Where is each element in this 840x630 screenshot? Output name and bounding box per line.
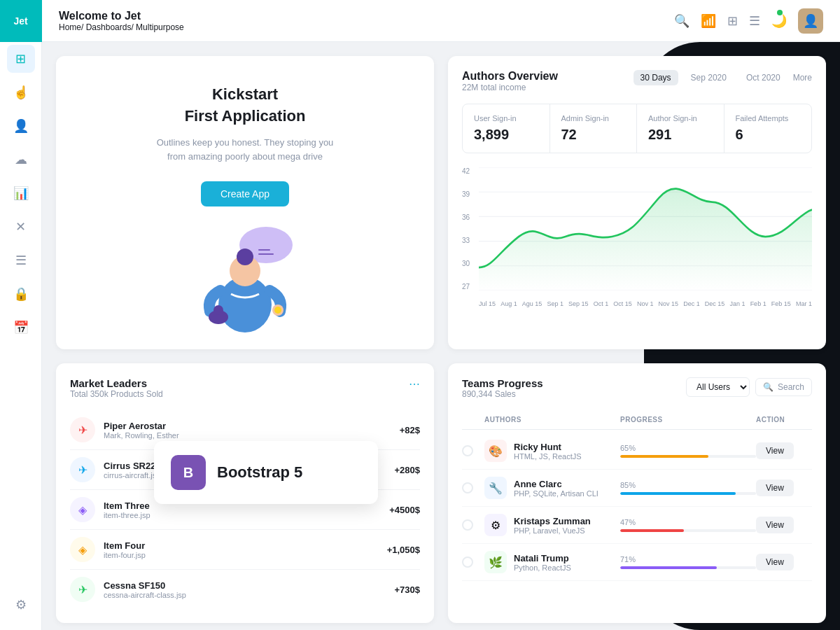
stat-author-signin-label: Author Sign-in <box>648 114 713 122</box>
sidebar-item-menu[interactable]: ☰ <box>7 246 35 274</box>
menu-icon[interactable]: ☰ <box>749 13 760 29</box>
x-label-oct15: Oct 15 <box>613 300 632 307</box>
team-check-natali[interactable] <box>462 556 473 568</box>
team-action-anne: View <box>756 479 812 496</box>
team-action-natali: View <box>756 554 812 570</box>
market-sub-cessna: cessna-aircraft-class.jsp <box>104 591 394 599</box>
period-tab-sep[interactable]: Sep 2020 <box>684 70 734 85</box>
grid-icon[interactable]: ⊞ <box>727 13 738 29</box>
view-button-natali[interactable]: View <box>756 554 794 570</box>
x-label-aug15: Agu 15 <box>522 300 542 307</box>
teams-progress-card: Teams Progress 890,344 Sales All Users 🔍… <box>448 363 826 623</box>
team-check-kristaps[interactable] <box>462 519 473 531</box>
y-label-30: 30 <box>462 260 470 267</box>
kickstart-description: Outlines keep you honest. They stoping y… <box>154 136 336 165</box>
market-icon-cirrus: ✈ <box>70 457 95 482</box>
team-tech-natali: Python, ReactJS <box>514 564 571 572</box>
stat-admin-signin-label: Admin Sign-in <box>561 114 626 122</box>
search-icon[interactable]: 🔍 <box>674 13 690 29</box>
market-info-piper: Piper Aerostar Mark, Rowling, Esther <box>104 421 400 440</box>
team-author-ricky: 🎨 Ricky Hunt HTML, JS, ReactJS <box>484 440 620 462</box>
view-button-ricky[interactable]: View <box>756 442 794 459</box>
col-action: ACTION <box>756 416 812 424</box>
sidebar-item-grid[interactable]: ⊞ <box>7 45 35 73</box>
svg-point-8 <box>214 305 223 315</box>
market-value-piper: +82$ <box>400 425 420 435</box>
teams-title: Teams Progress <box>462 377 543 389</box>
progress-ricky: 65% <box>620 444 756 458</box>
period-tab-more[interactable]: More <box>793 73 812 83</box>
sidebar-item-lock[interactable]: 🔒 <box>7 280 35 308</box>
x-label-dec1: Dec 1 <box>683 300 700 307</box>
team-check-ricky[interactable] <box>462 445 473 456</box>
bootstrap-badge: B Bootstrap 5 <box>154 441 378 504</box>
stat-author-signin: Author Sign-in 291 <box>637 104 724 153</box>
sidebar-item-chart[interactable]: 📊 <box>7 179 35 207</box>
sidebar-logo[interactable]: Jet <box>0 0 42 42</box>
sidebar-item-cross[interactable]: ✕ <box>7 213 35 241</box>
stat-failed-attempts: Failed Attempts 6 <box>724 104 812 153</box>
team-action-kristaps: View <box>756 517 812 533</box>
market-title: Market Leaders <box>70 377 163 389</box>
market-name-cessna: Cessna SF150 <box>104 580 394 591</box>
x-label-nov15: Nov 15 <box>659 300 679 307</box>
breadcrumb: Home/ Dashboards/ Multipurpose <box>59 22 674 32</box>
market-more-icon[interactable]: ⋯ <box>409 377 420 391</box>
stat-failed-label: Failed Attempts <box>736 114 801 122</box>
team-row-natali: 🌿 Natali Trump Python, ReactJS 71% V <box>462 544 812 581</box>
stat-user-signin: User Sign-in 3,899 <box>463 104 550 153</box>
team-author-natali: 🌿 Natali Trump Python, ReactJS <box>484 551 620 573</box>
avatar[interactable]: 👤 <box>798 8 823 34</box>
market-icon-piper: ✈ <box>70 417 95 442</box>
users-filter[interactable]: All Users <box>686 377 750 397</box>
main-container: Welcome to Jet Home/ Dashboards/ Multipu… <box>42 0 840 630</box>
kickstart-illustration <box>182 220 308 332</box>
sidebar-item-settings[interactable]: ⚙ <box>7 591 35 619</box>
market-icon-3: ◈ <box>70 497 95 522</box>
view-button-anne[interactable]: View <box>756 479 794 496</box>
topbar-title: Welcome to Jet Home/ Dashboards/ Multipu… <box>59 10 674 32</box>
x-label-feb15: Feb 15 <box>771 300 791 307</box>
y-label-27: 27 <box>462 283 470 290</box>
progress-bar-fill-ricky <box>620 455 708 458</box>
col-authors: AUTHORS <box>484 416 620 424</box>
sidebar-item-person[interactable]: 👤 <box>7 112 35 140</box>
chart-svg <box>479 167 812 290</box>
progress-pct-kristaps: 47% <box>620 518 756 526</box>
stat-author-signin-value: 291 <box>648 127 713 143</box>
market-sub-piper: Mark, Rowling, Esther <box>104 431 400 440</box>
market-icon-cessna: ✈ <box>70 577 95 602</box>
period-tab-oct[interactable]: Oct 2020 <box>739 70 788 85</box>
view-button-kristaps[interactable]: View <box>756 517 794 533</box>
x-label-feb1: Feb 1 <box>750 300 766 307</box>
breadcrumb-home[interactable]: Home/ <box>59 22 86 32</box>
market-item-cessna: ✈ Cessna SF150 cessna-aircraft-class.jsp… <box>70 570 420 609</box>
market-icon-4: ◈ <box>70 537 95 562</box>
x-label-aug1: Aug 1 <box>500 300 517 307</box>
market-header: Market Leaders Total 350k Products Sold … <box>70 377 420 399</box>
sidebar-item-gesture[interactable]: ☝ <box>7 78 35 106</box>
kickstart-title: Kickstart First Application <box>185 84 306 127</box>
authors-title: Authors Overview <box>462 70 558 83</box>
stat-failed-value: 6 <box>736 127 801 143</box>
team-check-anne[interactable] <box>462 482 473 493</box>
breadcrumb-dashboards[interactable]: Dashboards/ <box>86 22 136 32</box>
authors-header-left: Authors Overview 22M total income <box>462 70 558 92</box>
progress-pct-natali: 71% <box>620 555 756 564</box>
team-author-anne: 🔧 Anne Clarc PHP, SQLite, Artisan CLI <box>484 477 620 499</box>
stat-admin-signin-value: 72 <box>561 127 626 143</box>
sidebar-item-calendar[interactable]: 📅 <box>7 314 35 342</box>
market-value-4: +1,050$ <box>387 545 420 555</box>
x-label-oct1: Oct 1 <box>594 300 609 307</box>
sidebar-item-cloud[interactable]: ☁ <box>7 146 35 174</box>
period-tabs: 30 Days Sep 2020 Oct 2020 More <box>634 70 812 85</box>
bootstrap-label: Bootstrap 5 <box>217 463 302 482</box>
x-label-jul15: Jul 15 <box>479 300 496 307</box>
chart-icon[interactable]: 📶 <box>701 13 716 29</box>
period-tab-30days[interactable]: 30 Days <box>634 70 678 85</box>
progress-bar-fill-anne <box>620 492 736 495</box>
create-app-button[interactable]: Create App <box>201 181 289 206</box>
y-label-36: 36 <box>462 214 470 221</box>
progress-bar-fill-kristaps <box>620 529 684 532</box>
team-tech-anne: PHP, SQLite, Artisan CLI <box>514 489 598 498</box>
